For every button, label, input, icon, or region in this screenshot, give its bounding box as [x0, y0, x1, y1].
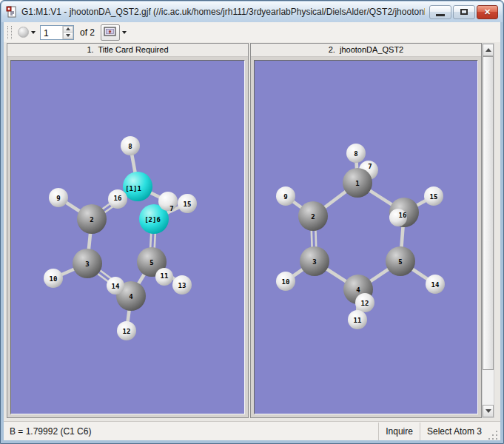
panel-2-header: 2. jhootonDA_QST2	[251, 44, 481, 57]
title-bar[interactable]: G1:M1:V1 - jhootonDA_QST2.gjf (//ic.ac.u…	[1, 1, 503, 22]
spin-up-button[interactable]	[63, 26, 73, 33]
atom-label-10: 10	[282, 278, 290, 286]
frame-toolbar: 1 of 2	[4, 22, 500, 43]
minimize-icon	[436, 14, 445, 16]
atom-label-14: 14	[112, 283, 120, 290]
status-bar: B = 1.79992 (C1 C6) Inquire Select Atom …	[4, 421, 500, 440]
panel-1-viewport[interactable]: 155131132[2]67[1]116414891012	[10, 60, 245, 414]
atom-label-4: 4	[129, 293, 133, 300]
atom-label-8: 8	[128, 143, 132, 150]
atom-label-1: [1]1	[125, 185, 141, 192]
atom-label-8: 8	[354, 150, 357, 158]
atom-label-9: 9	[56, 195, 60, 202]
main-area: 1. Title Card Required 155131132[2]67[1]…	[4, 42, 500, 422]
atom-label-9: 9	[283, 193, 287, 201]
vertical-scrollbar[interactable]	[482, 43, 494, 418]
frame-spinner[interactable]: 1	[40, 25, 74, 40]
scrollbar-thumb[interactable]	[483, 56, 494, 370]
atom-label-1: 1	[355, 180, 359, 187]
atom-label-15: 15	[430, 193, 438, 201]
atom-label-5: 5	[149, 259, 153, 266]
display-format-button[interactable]	[101, 24, 120, 41]
ball-dropdown-caret-icon[interactable]	[31, 31, 36, 34]
panel-2-frame: 78192161531051441211	[251, 57, 481, 417]
molecule-view-1[interactable]: 155131132[2]67[1]116414891012	[11, 61, 244, 414]
atom-label-6: [2]6	[144, 216, 161, 223]
atom-label-12: 12	[123, 328, 131, 335]
panel-1-header: 1. Title Card Required	[7, 44, 248, 57]
close-icon: ✕	[484, 7, 491, 17]
atom-label-14: 14	[431, 281, 440, 289]
window-title: G1:M1:V1 - jhootonDA_QST2.gjf (//ic.ac.u…	[21, 7, 425, 17]
bond-measurement-text: B = 1.79992 (C1 C6)	[4, 426, 378, 437]
atom-label-16: 16	[399, 212, 407, 219]
atom-label-2: 2	[311, 213, 315, 221]
spin-down-button[interactable]	[63, 33, 73, 39]
client-area: 1 of 2 1. Title Card Required	[4, 22, 500, 440]
atom-label-16: 16	[114, 195, 122, 202]
atom-label-7: 7	[368, 163, 372, 170]
structure-panel-1: 1. Title Card Required 155131132[2]67[1]…	[7, 43, 249, 418]
frame-count-label: of 2	[80, 27, 95, 38]
gaussview-file-icon	[6, 6, 18, 18]
window-controls: ✕	[429, 5, 498, 19]
scroll-up-icon	[485, 48, 491, 52]
status-select-atom: Select Atom 3	[420, 423, 488, 440]
scroll-down-icon	[485, 409, 491, 413]
atom-label-10: 10	[50, 275, 58, 283]
display-dropdown-caret-icon[interactable]	[122, 31, 127, 34]
spin-down-icon	[66, 34, 70, 37]
molecule-view-2[interactable]: 78192161531051441211	[255, 61, 478, 414]
minimize-button[interactable]	[429, 5, 451, 19]
spinner-buttons	[62, 26, 73, 39]
app-window: G1:M1:V1 - jhootonDA_QST2.gjf (//ic.ac.u…	[0, 0, 504, 444]
atom-label-12: 12	[361, 300, 369, 307]
close-button[interactable]: ✕	[477, 5, 498, 19]
toolbar-grip[interactable]	[7, 26, 12, 39]
panel-2-viewport[interactable]: 78192161531051441211	[254, 60, 478, 414]
maximize-icon	[460, 9, 468, 15]
frame-number-input[interactable]: 1	[41, 26, 62, 39]
atom-label-5: 5	[398, 258, 402, 266]
panel-1-frame: 155131132[2]67[1]116414891012	[7, 57, 248, 417]
atom-label-11: 11	[161, 272, 169, 280]
atom-label-15: 15	[184, 201, 192, 208]
spin-up-icon	[66, 27, 70, 30]
scroll-up-button[interactable]	[483, 44, 494, 56]
display-format-icon	[104, 27, 117, 38]
atom-label-3: 3	[312, 258, 316, 266]
atom-sphere-7[interactable]	[158, 192, 178, 211]
atom-label-2: 2	[90, 216, 93, 223]
status-mode-inquire: Inquire	[378, 423, 420, 440]
atom-label-3: 3	[85, 260, 89, 268]
scroll-down-button[interactable]	[483, 405, 494, 417]
resize-grip[interactable]	[488, 429, 499, 440]
atom-label-7: 7	[169, 205, 173, 212]
atom-label-11: 11	[354, 317, 362, 324]
atom-label-13: 13	[178, 282, 187, 289]
atom-label-4: 4	[356, 286, 360, 294]
atom-color-ball-icon[interactable]	[18, 27, 29, 38]
maximize-button[interactable]	[453, 5, 475, 19]
structure-panel-2: 2. jhootonDA_QST2 78192161531051441211	[250, 43, 482, 418]
